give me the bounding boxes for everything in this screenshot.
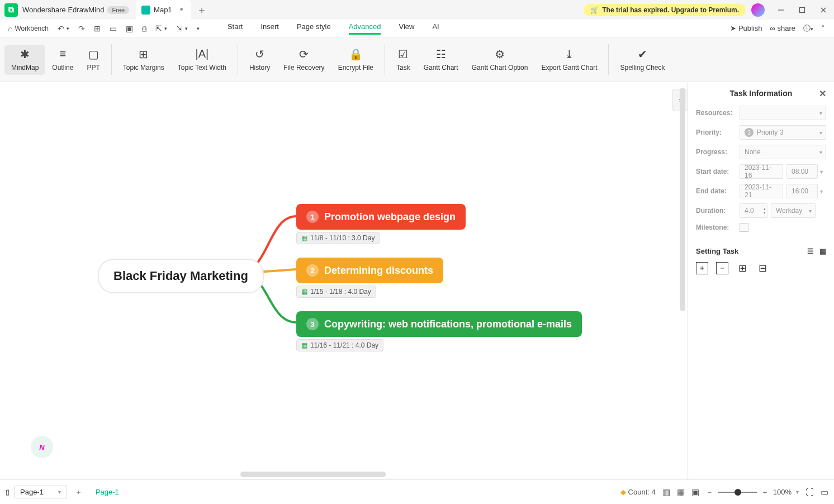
progress-select[interactable]: None▾: [740, 145, 826, 159]
publish-button[interactable]: ➤ Publish: [730, 24, 762, 32]
topic-text-width-button[interactable]: |A|Topic Text Width: [171, 45, 233, 75]
outline-toggle-icon[interactable]: ▯: [6, 488, 10, 496]
close-button[interactable]: [813, 0, 834, 20]
add-page-button[interactable]: ＋: [75, 487, 82, 497]
collapse-ribbon-button[interactable]: ˄: [821, 24, 825, 32]
gantt-chart-button[interactable]: ☷Gantt Chart: [417, 45, 465, 75]
fit-button[interactable]: ▭: [821, 487, 828, 497]
priority-badge-icon: 3: [745, 128, 754, 137]
canvas[interactable]: Black Friday Marketing 1Promotion webpag…: [0, 82, 688, 479]
zoom-thumb[interactable]: [735, 489, 741, 496]
node-1[interactable]: 1Promotion webpage design: [296, 204, 466, 230]
calendar-icon: ▦: [301, 234, 307, 242]
panel-header: Task Information ✕: [696, 89, 826, 98]
list-icon[interactable]: ☰: [807, 247, 814, 255]
page-tab[interactable]: Page-1: [96, 488, 119, 496]
chevron-down-icon[interactable]: ▾: [796, 489, 799, 495]
grid-remove-button[interactable]: ⊟: [756, 262, 769, 274]
node-2[interactable]: 2Determining discounts: [296, 258, 443, 283]
start-date-input[interactable]: 2023-11-16: [740, 164, 783, 179]
trial-banner[interactable]: 🛒 The trial has expired. Upgrade to Prem…: [584, 4, 746, 16]
end-date-input[interactable]: 2023-11-21: [740, 184, 783, 198]
remove-task-button[interactable]: －: [716, 262, 728, 274]
export-button[interactable]: ⇱▾: [152, 22, 170, 35]
layout1-icon[interactable]: ▥: [662, 487, 670, 497]
gantt-option-icon: ⚙: [495, 48, 505, 60]
menu-insert[interactable]: Insert: [260, 22, 279, 35]
add-task-button[interactable]: ＋: [696, 262, 708, 274]
minimize-button[interactable]: [770, 0, 792, 20]
panel-close-button[interactable]: ✕: [819, 88, 826, 99]
duration-input[interactable]: 4.0▴▾: [740, 203, 767, 218]
recovery-icon: ⟳: [299, 48, 309, 60]
document-tab[interactable]: Map1 •: [136, 0, 191, 20]
task-button[interactable]: ☑Task: [390, 45, 417, 75]
horizontal-scrollbar[interactable]: [240, 472, 386, 477]
topic-margins-button[interactable]: ⊞Topic Margins: [116, 45, 171, 75]
fullscreen-button[interactable]: ⛶: [805, 487, 814, 497]
user-avatar[interactable]: [751, 3, 765, 17]
zoom-out-button[interactable]: －: [706, 487, 713, 497]
grid-add-button[interactable]: ⊞: [736, 262, 748, 274]
start-time-input[interactable]: 08:00: [786, 164, 818, 179]
print-button[interactable]: ⎙: [139, 22, 150, 35]
maximize-button[interactable]: [792, 0, 813, 20]
new-button[interactable]: ⊞: [91, 22, 104, 35]
milestone-checkbox[interactable]: [740, 223, 748, 232]
print-icon: ⎙: [142, 24, 146, 33]
menu-advanced[interactable]: Advanced: [349, 22, 381, 35]
priority-select[interactable]: 3Priority 3▾: [740, 125, 826, 140]
spinner-icon[interactable]: ▴▾: [764, 207, 766, 215]
menu-start[interactable]: Start: [228, 22, 243, 35]
date-tag-2[interactable]: ▦1/15 - 1/18 : 4.0 Day: [296, 286, 376, 298]
save-button[interactable]: ▣: [122, 22, 136, 35]
date-tag-3[interactable]: ▦11/16 - 11/21 : 4.0 Day: [296, 339, 383, 351]
more-button[interactable]: ▾: [193, 24, 203, 33]
share-button[interactable]: ⇲▾: [173, 22, 191, 35]
chevron-down-icon: ▾: [819, 110, 822, 116]
node-3[interactable]: 3Copywriting: web notifications, promoti…: [296, 311, 582, 337]
zoom-slider[interactable]: [718, 492, 757, 493]
menu-view[interactable]: View: [399, 22, 414, 35]
duration-unit-select[interactable]: Workday▾: [771, 203, 816, 218]
diamond-icon: ◆: [620, 488, 626, 496]
ai-logo-icon[interactable]: N: [31, 436, 53, 458]
undo-button[interactable]: ↶▾: [54, 22, 73, 35]
page-selector[interactable]: Page-1▾: [14, 486, 67, 498]
vertical-scrollbar[interactable]: [680, 88, 685, 311]
help-button[interactable]: ⓘ▾: [803, 23, 813, 34]
ppt-icon: ▢: [88, 48, 99, 60]
grid-icon[interactable]: ▦: [819, 247, 826, 255]
tab-dirty-indicator[interactable]: •: [180, 4, 183, 16]
end-date-label: End date:: [696, 187, 740, 195]
gantt-option-button[interactable]: ⚙Gantt Chart Option: [465, 45, 535, 75]
history-button[interactable]: ↺History: [243, 45, 277, 75]
priority-badge-2: 2: [306, 264, 319, 277]
ppt-view-button[interactable]: ▢PPT: [80, 45, 106, 75]
export-gantt-button[interactable]: ⤓Export Gantt Chart: [534, 45, 604, 75]
end-time-input[interactable]: 16:00: [786, 184, 818, 198]
chevron-down-icon[interactable]: ▾: [820, 188, 823, 194]
trial-message: The trial has expired. Upgrade to Premiu…: [602, 6, 739, 14]
folder-icon: ▭: [110, 24, 117, 33]
add-tab-button[interactable]: ＋: [197, 3, 207, 17]
layout3-icon[interactable]: ▣: [691, 487, 699, 497]
zoom-in-button[interactable]: ＋: [761, 487, 769, 497]
redo-button[interactable]: ↷: [75, 22, 88, 35]
chevron-down-icon[interactable]: ▾: [820, 169, 823, 175]
open-button[interactable]: ▭: [106, 22, 120, 35]
share-link-button[interactable]: ∞ share: [770, 24, 795, 32]
menu-page-style[interactable]: Page style: [297, 22, 331, 35]
spellcheck-icon: ✔: [638, 48, 647, 60]
layout2-icon[interactable]: ▦: [677, 487, 685, 497]
mindmap-view-button[interactable]: ✱MindMap: [4, 45, 45, 75]
file-recovery-button[interactable]: ⟳File Recovery: [277, 45, 331, 75]
menu-ai[interactable]: AI: [432, 22, 439, 35]
outline-view-button[interactable]: ≡Outline: [45, 45, 80, 75]
workbench-button[interactable]: ⌂Workbench: [4, 22, 52, 35]
central-topic[interactable]: Black Friday Marketing: [98, 259, 264, 293]
resources-select[interactable]: ▾: [740, 106, 826, 120]
date-tag-1[interactable]: ▦11/8 - 11/10 : 3.0 Day: [296, 232, 380, 244]
spelling-check-button[interactable]: ✔Spelling Check: [613, 45, 671, 75]
encrypt-file-button[interactable]: 🔒Encrypt File: [331, 45, 380, 75]
